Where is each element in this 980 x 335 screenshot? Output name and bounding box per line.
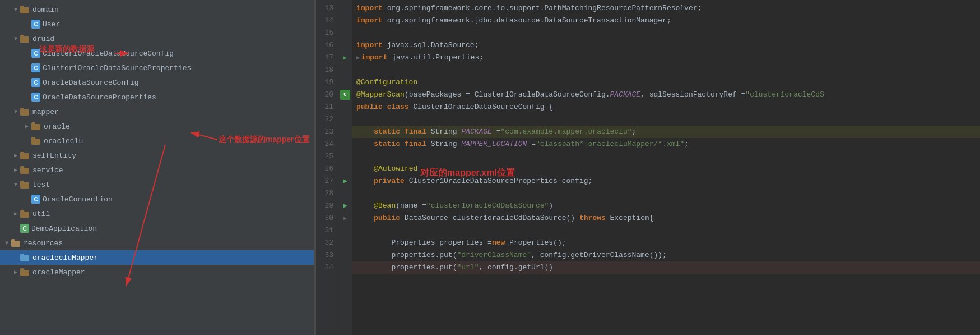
tree-item-test[interactable]: test bbox=[0, 177, 314, 192]
ln-24: 24 bbox=[316, 138, 333, 150]
label-druid: druid bbox=[32, 35, 54, 43]
gutter-15 bbox=[338, 27, 352, 39]
folder-icon-test bbox=[20, 181, 30, 189]
svg-marker-7 bbox=[343, 179, 347, 183]
class-icon-cluster1: C bbox=[31, 49, 40, 58]
gutter-29 bbox=[338, 200, 352, 212]
class-icon-user: C bbox=[31, 20, 40, 29]
file-tree[interactable]: domain C User druid C Cluster1OracleData… bbox=[0, 0, 314, 335]
code-line-28 bbox=[352, 187, 980, 200]
ln-17: 17 bbox=[316, 52, 333, 64]
folder-icon-oracleclu bbox=[31, 137, 41, 145]
arrow-oraclemapper bbox=[11, 269, 20, 276]
label-cluster1props: Cluster1OracleDataSourceProperties bbox=[43, 64, 191, 72]
tree-item-oracleclu[interactable]: oracleclu bbox=[0, 134, 314, 148]
code-line-29: @Bean(name = "cluster1oracleCdDataSource… bbox=[352, 200, 980, 212]
arrow-mapper bbox=[11, 109, 20, 115]
gutter-34 bbox=[338, 261, 352, 274]
ln-25: 25 bbox=[316, 150, 333, 163]
tree-item-cluster1oracledatasourceconfig[interactable]: C Cluster1OracleDataSourceConfig bbox=[0, 46, 314, 61]
gutter-28 bbox=[338, 187, 352, 200]
label-user: User bbox=[43, 20, 60, 29]
svg-marker-8 bbox=[343, 204, 347, 208]
code-line-31 bbox=[352, 224, 980, 237]
tree-item-mapper[interactable]: mapper bbox=[0, 104, 314, 119]
tree-item-demoapplication[interactable]: C DemoApplication bbox=[0, 221, 314, 236]
tree-item-oracledatasourceconfig[interactable]: C OracleDataSourceConfig bbox=[0, 75, 314, 90]
tree-item-oraclemapper[interactable]: oracleMapper bbox=[0, 265, 314, 279]
code-editor: 13 14 15 16 17 18 19 20 21 22 23 24 25 2… bbox=[316, 0, 980, 335]
code-line-13: import org.springframework.core.io.suppo… bbox=[352, 2, 980, 15]
code-line-34: properties.put("url", config.getUrl() bbox=[352, 261, 980, 274]
label-resources: resources bbox=[24, 239, 63, 247]
folder-icon-resources bbox=[11, 239, 21, 247]
class-icon-demoapp: C bbox=[20, 224, 29, 233]
arrow-test bbox=[11, 182, 20, 188]
line-numbers: 13 14 15 16 17 18 19 20 21 22 23 24 25 2… bbox=[316, 0, 338, 335]
label-oracleclumapper: oraclecluMapper bbox=[32, 254, 98, 262]
tree-item-user[interactable]: C User bbox=[0, 17, 314, 31]
folder-icon-oracleclumapper bbox=[20, 254, 30, 261]
ln-22: 22 bbox=[316, 113, 333, 126]
tree-item-oracleclumapper[interactable]: oraclecluMapper bbox=[0, 250, 314, 265]
code-line-26: @Autowired bbox=[352, 163, 980, 175]
ln-14: 14 bbox=[316, 15, 333, 27]
class-icon-oracleconn: C bbox=[31, 195, 40, 204]
ln-26: 26 bbox=[316, 163, 333, 175]
folder-icon-oraclemapper bbox=[20, 268, 30, 276]
ln-28: 28 bbox=[316, 187, 333, 200]
tree-item-oracleconnection[interactable]: C OracleConnection bbox=[0, 192, 314, 206]
gutter-13 bbox=[338, 2, 352, 15]
tree-item-cluster1props[interactable]: C Cluster1OracleDataSourceProperties bbox=[0, 61, 314, 75]
label-oracleclu: oracleclu bbox=[44, 137, 83, 145]
code-line-15 bbox=[352, 27, 980, 39]
gutter-27 bbox=[338, 175, 352, 187]
ln-29: 29 bbox=[316, 200, 333, 212]
tree-item-service[interactable]: service bbox=[0, 163, 314, 177]
folder-icon-util bbox=[20, 210, 30, 218]
tree-item-druid[interactable]: druid bbox=[0, 31, 314, 46]
tree-item-oracle[interactable]: oracle bbox=[0, 119, 314, 134]
class-icon-cluster1props: C bbox=[31, 63, 40, 72]
gutter-26 bbox=[338, 163, 352, 175]
tree-item-oracledatasourceproperties[interactable]: C OracleDataSourceProperties bbox=[0, 90, 314, 104]
ln-31: 31 bbox=[316, 224, 333, 237]
gutter-17: ▶ bbox=[338, 52, 352, 64]
code-lines[interactable]: import org.springframework.core.io.suppo… bbox=[352, 0, 980, 335]
label-cluster1: Cluster1OracleDataSourceConfig bbox=[43, 49, 174, 58]
tree-item-selfentity[interactable]: selfEntity bbox=[0, 148, 314, 163]
gutter-30: ▶ bbox=[338, 212, 352, 224]
tree-item-util[interactable]: util bbox=[0, 206, 314, 221]
code-line-27: private Cluster1OracleDataSourceProperti… bbox=[352, 175, 980, 187]
ln-23: 23 bbox=[316, 126, 333, 138]
code-line-24: static final String MAPPER_LOCATION = "c… bbox=[352, 138, 980, 150]
label-domain: domain bbox=[32, 6, 59, 14]
code-line-23: static final String PACKAGE = "com.examp… bbox=[352, 126, 980, 138]
tree-item-domain[interactable]: domain bbox=[0, 2, 314, 17]
gutter-25 bbox=[338, 150, 352, 163]
gutter-20: C bbox=[338, 89, 352, 101]
ln-18: 18 bbox=[316, 64, 333, 76]
ln-30: 30 bbox=[316, 212, 333, 224]
code-line-33: properties.put("driverClassName", config… bbox=[352, 249, 980, 261]
label-oracle: oracle bbox=[44, 122, 70, 131]
folder-icon-domain bbox=[20, 6, 30, 13]
label-test: test bbox=[32, 181, 50, 189]
gutter-24 bbox=[338, 138, 352, 150]
code-line-17: ▶import java.util.Properties; bbox=[352, 52, 980, 64]
arrow-resources bbox=[2, 240, 11, 246]
code-line-18 bbox=[352, 64, 980, 76]
label-oracleconn: OracleConnection bbox=[43, 195, 113, 204]
gutter-16 bbox=[338, 39, 352, 52]
code-content: 13 14 15 16 17 18 19 20 21 22 23 24 25 2… bbox=[316, 0, 980, 335]
label-oracledsconfig: OracleDataSourceConfig bbox=[43, 79, 139, 87]
ln-15: 15 bbox=[316, 27, 333, 39]
ln-21: 21 bbox=[316, 101, 333, 113]
folder-icon-mapper bbox=[20, 108, 30, 116]
tree-item-resources[interactable]: resources bbox=[0, 236, 314, 250]
class-icon-oracledsconfig: C bbox=[31, 78, 40, 87]
label-util: util bbox=[32, 210, 50, 218]
folder-icon-service bbox=[20, 166, 30, 174]
gutter-18 bbox=[338, 64, 352, 76]
label-selfentity: selfEntity bbox=[32, 152, 76, 160]
